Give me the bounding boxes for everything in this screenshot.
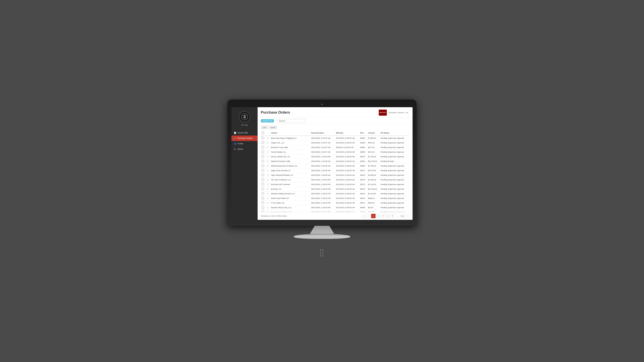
select-all-checkbox[interactable]	[262, 131, 264, 134]
row-amount: $780.18	[367, 140, 380, 145]
row-bill-date: 9/12/2024 12:00:00 AM	[335, 154, 360, 159]
sidebar-item-profile[interactable]: 👤 Profile	[232, 141, 258, 146]
row-amount: $1,790.29	[367, 163, 380, 168]
sidebar-item-admin[interactable]: ⚙ Admin	[232, 146, 258, 152]
row-vendor: Tiger Industrial Rentals LLC	[270, 173, 310, 177]
table-row: 📄 Bruckner Truck Sales 09/12/2024, 5:02:…	[261, 145, 409, 150]
row-po-number: 65683	[359, 140, 367, 145]
row-select-checkbox[interactable]	[262, 151, 264, 153]
row-vendor: Bruckner Truck Sales	[270, 145, 310, 150]
row-doc-icon: 📄	[266, 205, 270, 210]
row-checkbox-cell	[261, 168, 266, 173]
row-select-checkbox[interactable]	[262, 169, 264, 172]
row-select-checkbox[interactable]	[262, 178, 264, 181]
row-po-number: 65671	[359, 201, 367, 205]
row-po-number: 65676	[359, 177, 367, 182]
row-po-number: 65672	[359, 196, 367, 201]
row-bill-date: 9/12/2024 12:00:00 AM	[335, 150, 360, 154]
sidebar-item-purchase-orders[interactable]: 🛒 Purchase Orders	[232, 136, 258, 141]
page-2-button[interactable]: 2	[376, 214, 380, 218]
row-select-checkbox[interactable]	[262, 197, 264, 199]
row-checkbox-cell	[261, 205, 266, 210]
row-select-checkbox[interactable]	[262, 202, 264, 204]
row-select-checkbox[interactable]	[262, 141, 264, 144]
row-checkbox-cell	[261, 159, 266, 163]
row-doc-icon: 📄	[266, 196, 270, 201]
row-select-checkbox[interactable]	[262, 146, 264, 148]
row-select-checkbox[interactable]	[262, 188, 264, 190]
row-select-checkbox[interactable]	[262, 183, 264, 185]
row-po-status: Pending Supervisor Approval	[380, 163, 409, 168]
table-row: 📄 Airgas USA, LLC 09/12/2024, 5:02:07 AM…	[261, 140, 409, 145]
row-select-checkbox[interactable]	[262, 155, 264, 158]
row-received-date: 09/11/2024, 2:26:43 PM	[310, 205, 335, 210]
table-row: 📄 McCoy Global USA, Inc. 09/12/2024, 4:0…	[261, 154, 409, 159]
row-amount: $155.97	[367, 210, 380, 212]
row-po-status: Pending Supervisor Approval	[380, 177, 409, 182]
row-checkbox-cell	[261, 196, 266, 201]
row-vendor: McCoy Global USA, Inc.	[270, 154, 310, 159]
row-bill-date: 9/12/2024 12:00:00 AM	[335, 140, 360, 145]
row-amount: $12,164.54	[367, 187, 380, 191]
row-select-checkbox[interactable]	[262, 164, 264, 167]
row-amount: $1,300.00	[367, 177, 380, 182]
row-po-status: Pending Supervisor Approval	[380, 154, 409, 159]
update-pos-button[interactable]: Update POs	[261, 119, 274, 122]
table-row: 📄 Global Elastomeric Products, Inc. 09/1…	[261, 163, 409, 168]
monitor-stand-base	[294, 234, 350, 239]
row-select-checkbox[interactable]	[262, 174, 264, 176]
col-vendor[interactable]: Vendor	[270, 130, 310, 136]
row-po-status: Pending Receipt	[380, 159, 409, 163]
row-amount: $7,585.62	[367, 136, 380, 141]
col-received-date[interactable]: Received Date ↑	[310, 130, 335, 136]
page-1-button[interactable]: 1	[371, 214, 376, 218]
row-received-date: 09/12/2024, 3:00:09 AM	[310, 173, 335, 177]
row-received-date: 09/11/2024, 2:26:43 PM	[310, 210, 335, 212]
row-doc-icon: 📄	[266, 154, 270, 159]
row-select-checkbox[interactable]	[262, 206, 264, 209]
row-po-status: Pending Supervisor Approval	[380, 196, 409, 201]
page-3-button[interactable]: 3	[381, 214, 385, 218]
export-excel-button[interactable]: Excel	[269, 126, 277, 129]
row-checkbox-cell	[261, 177, 266, 182]
page-5-button[interactable]: 5	[390, 214, 395, 218]
page-101-button[interactable]: 101	[400, 214, 404, 218]
row-po-status: Pending Supervisor Approval	[380, 201, 409, 205]
row-doc-icon: 📄	[266, 182, 270, 187]
row-po-status: Pending Supervisor Approval	[380, 145, 409, 150]
row-bill-date: 9/11/2024 12:00:00 AM	[335, 187, 360, 191]
page-4-button[interactable]: 4	[386, 214, 390, 218]
col-checkbox	[261, 130, 266, 136]
row-received-date: 09/12/2024, 5:02:07 AM	[310, 140, 335, 145]
search-input[interactable]	[277, 119, 305, 123]
page-prev-button[interactable]: ‹	[366, 214, 371, 218]
company-logo: BUTCH'S	[379, 110, 387, 116]
page-prev-prev-button[interactable]: «	[362, 214, 366, 218]
sidebar-item-purchase-orders-label: Purchase Orders	[238, 137, 253, 139]
row-checkbox-cell	[261, 136, 266, 141]
sidebar-item-vendor-bills[interactable]: 📄 Vendor Bills	[232, 130, 258, 136]
row-received-date: 09/11/2024, 3:26:43 PM	[310, 191, 335, 196]
page-next-button[interactable]: ›	[405, 214, 409, 218]
row-checkbox-cell	[261, 163, 266, 168]
row-po-status: Pending Supervisor Approval	[380, 136, 409, 141]
sidebar-brand-label: ion-ap	[241, 124, 248, 126]
row-po-number: 65682	[359, 136, 367, 141]
page-ellipsis: ...	[395, 214, 400, 218]
row-doc-icon: 📄	[266, 177, 270, 182]
row-select-checkbox[interactable]	[262, 160, 264, 162]
row-po-number: 65674	[359, 191, 367, 196]
col-bill-date[interactable]: Bill Date	[335, 130, 360, 136]
user-info: Johnathan Johnson · Ad...	[388, 112, 409, 114]
export-csv-button[interactable]: CSV	[261, 126, 268, 129]
row-po-number: 65681	[359, 159, 367, 163]
vendor-bills-icon: 📄	[234, 132, 236, 134]
table-row: 📄 National Foundry & Mfg 09/12/2024, 4:0…	[261, 159, 409, 163]
row-received-date: 09/12/2024, 3:00:09 AM	[310, 168, 335, 173]
row-po-status: Pending Supervisor Approval	[380, 191, 409, 196]
row-vendor: Express Heavy Duty, LLC	[270, 210, 310, 212]
row-select-checkbox[interactable]	[262, 137, 264, 139]
row-select-checkbox[interactable]	[262, 192, 264, 195]
admin-icon: ⚙	[234, 148, 236, 150]
row-vendor: Smith South Plains AP	[270, 196, 310, 201]
